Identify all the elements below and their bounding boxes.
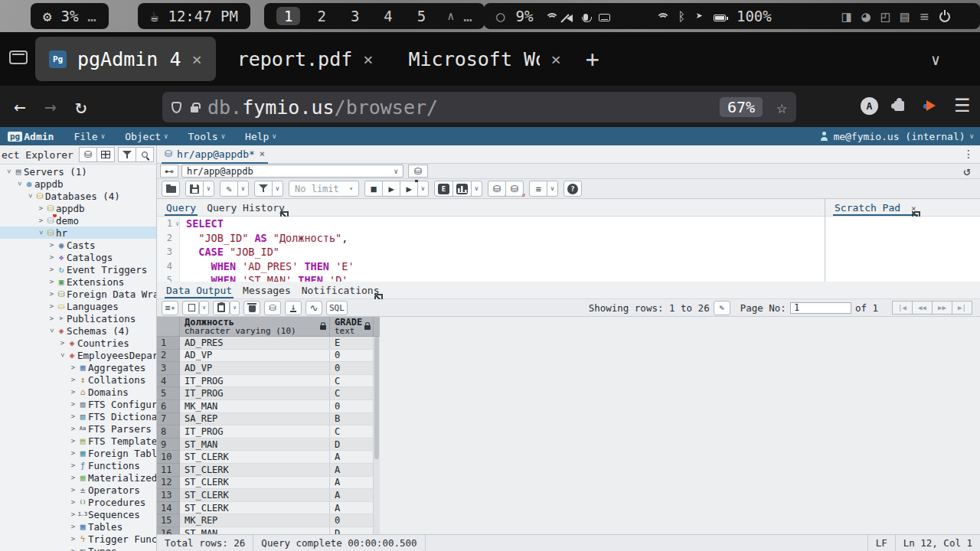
- macros-caret[interactable]: ∨: [547, 181, 558, 197]
- tab-query-history[interactable]: Query History: [205, 202, 286, 216]
- tree-item-trigger-functions[interactable]: >ϟTrigger Functions: [0, 533, 156, 545]
- scrollbar-thumb[interactable]: [374, 337, 379, 459]
- first-page-button[interactable]: |◀: [892, 301, 913, 315]
- row-number-cell[interactable]: 1: [157, 337, 180, 350]
- chevron-right-icon[interactable]: >: [69, 461, 77, 469]
- cell-grade[interactable]: C: [330, 425, 374, 439]
- tree-item-foreign-tables[interactable]: >▦Foreign Tables: [0, 447, 156, 459]
- row-number-cell[interactable]: 8: [157, 425, 180, 439]
- row-number-cell[interactable]: 9: [157, 439, 180, 452]
- tree-item-catalogs[interactable]: >❖Catalogs: [0, 251, 156, 263]
- cell-grade[interactable]: D: [330, 439, 374, 452]
- chevron-right-icon[interactable]: >: [69, 437, 77, 445]
- send-icon[interactable]: ➤: [696, 9, 703, 23]
- copy-options-caret[interactable]: ∨: [199, 301, 209, 315]
- cell-dolzhnost[interactable]: ST_MAN: [180, 439, 330, 452]
- tree-item-fts-configurations[interactable]: >▨FTS Configurations: [0, 398, 156, 410]
- connection-status-button[interactable]: ⊷: [160, 165, 178, 178]
- tree-item-hr[interactable]: >⛁hr: [0, 227, 156, 239]
- chevron-down-icon[interactable]: >: [5, 168, 13, 176]
- speaker-muted-icon[interactable]: [567, 15, 573, 22]
- cell-grade[interactable]: A: [330, 489, 374, 502]
- cell-dolzhnost[interactable]: AD_VP: [180, 362, 330, 375]
- search-button[interactable]: [136, 147, 154, 162]
- tree-item-fts-dictionaries[interactable]: >▧FTS Dictionaries: [0, 410, 156, 422]
- tree-item-domains[interactable]: >⌂Domains: [0, 386, 156, 398]
- row-number-cell[interactable]: 11: [157, 464, 180, 477]
- document-icon[interactable]: ▤: [900, 8, 909, 24]
- tree-item-employeesdepar[interactable]: >◈EmployeesDepar: [0, 349, 156, 361]
- table-row[interactable]: 16ST_MAND: [157, 527, 374, 534]
- forward-button[interactable]: →: [44, 95, 57, 118]
- tree-item-extensions[interactable]: >▣Extensions: [0, 276, 156, 288]
- cell-grade[interactable]: 0: [330, 362, 374, 375]
- cell-grade[interactable]: 0: [330, 400, 374, 413]
- tree-item-publications[interactable]: >➤Publications: [0, 312, 156, 324]
- help-button[interactable]: ?: [564, 181, 582, 197]
- close-icon[interactable]: ×: [191, 50, 201, 69]
- workspace-3[interactable]: 3: [343, 7, 367, 25]
- fold-caret-icon[interactable]: ∨: [175, 217, 179, 232]
- close-icon[interactable]: ×: [363, 50, 373, 69]
- table-row[interactable]: 4IT_PROGC: [157, 375, 374, 388]
- tree-item-functions[interactable]: >ƒFunctions: [0, 459, 156, 471]
- sql-editor[interactable]: 1∨2345 SELECT "JOB_ID" AS "Должность", C…: [157, 217, 825, 282]
- row-number-cell[interactable]: 4: [157, 375, 180, 388]
- cell-dolzhnost[interactable]: IT_PROG: [180, 425, 330, 439]
- explain-options-caret[interactable]: ∨: [471, 181, 482, 197]
- close-icon[interactable]: ×: [260, 148, 265, 159]
- tree-item-fts-parsers[interactable]: >AaFTS Parsers: [0, 422, 156, 435]
- table-row[interactable]: 8IT_PROGC: [157, 425, 374, 439]
- cell-dolzhnost[interactable]: MK_REP: [180, 514, 330, 527]
- reload-button[interactable]: ↻: [75, 95, 87, 118]
- cell-dolzhnost[interactable]: ST_CLERK: [180, 502, 330, 515]
- chevron-right-icon[interactable]: >: [69, 364, 77, 371]
- chevron-right-icon[interactable]: >: [58, 339, 67, 347]
- close-icon[interactable]: ×: [550, 50, 560, 69]
- tree-item-languages[interactable]: >⛀Languages: [0, 300, 156, 312]
- execute-script-button[interactable]: ▶: [400, 181, 418, 197]
- chevron-right-icon[interactable]: >: [69, 376, 77, 383]
- extensions-puzzle-icon[interactable]: [894, 101, 904, 111]
- save-results-button[interactable]: ↓: [285, 301, 302, 315]
- chevron-down-icon[interactable]: >: [48, 327, 56, 335]
- chevron-right-icon[interactable]: >: [37, 204, 45, 212]
- query-tool-tab[interactable]: ⛁ hr/app@appdb* ×: [162, 146, 268, 164]
- cell-dolzhnost[interactable]: AD_PRES: [180, 337, 330, 350]
- save-options-caret[interactable]: ∨: [203, 181, 214, 197]
- table-row[interactable]: 14ST_CLERKA: [157, 502, 374, 515]
- add-row-button[interactable]: ≡+: [162, 301, 178, 315]
- account-icon[interactable]: A: [861, 97, 878, 115]
- cell-dolzhnost[interactable]: ST_CLERK: [180, 451, 330, 464]
- tree-item-event-triggers[interactable]: >↻Event Triggers: [0, 263, 156, 276]
- chevron-down-icon[interactable]: >: [16, 180, 24, 188]
- filter-options-caret[interactable]: ∨: [272, 181, 283, 197]
- filter-button[interactable]: [254, 181, 273, 197]
- row-number-cell[interactable]: 13: [157, 489, 180, 502]
- tab-notifications[interactable]: Notifications: [300, 285, 381, 298]
- limit-select[interactable]: No limit▾: [289, 181, 359, 197]
- cpu-indicator[interactable]: ⚙ 3% …: [31, 3, 109, 29]
- edit-button[interactable]: ✎: [220, 181, 238, 197]
- next-page-button[interactable]: ▶▶: [932, 301, 952, 315]
- cell-dolzhnost[interactable]: ST_CLERK: [180, 477, 330, 490]
- chevron-right-icon[interactable]: >: [69, 388, 77, 396]
- column-header-grade[interactable]: GRADE text: [330, 317, 374, 337]
- cell-grade[interactable]: E: [330, 337, 374, 350]
- cell-grade[interactable]: 0: [330, 514, 374, 527]
- page-number-input[interactable]: [790, 302, 851, 314]
- extension-megaphone-icon[interactable]: [923, 100, 936, 112]
- menu-tools[interactable]: Tools∨: [188, 131, 226, 142]
- bookmark-star-icon[interactable]: ☆: [776, 97, 787, 117]
- rollback-button[interactable]: ⛁↺: [505, 181, 524, 197]
- add-server-button[interactable]: ⛁: [79, 147, 97, 162]
- cell-grade[interactable]: 0: [330, 350, 374, 363]
- row-number-cell[interactable]: 3: [157, 362, 180, 375]
- graph-visualiser-button[interactable]: ∿: [305, 301, 322, 315]
- chevron-right-icon[interactable]: >: [69, 412, 77, 420]
- device-icon[interactable]: ◨: [842, 8, 851, 24]
- explain-button[interactable]: E: [434, 181, 453, 197]
- bluetooth-icon[interactable]: ᛒ: [678, 9, 685, 24]
- table-row[interactable]: 7SA_REPB: [157, 413, 374, 426]
- tree-item-procedures[interactable]: >()Procedures: [0, 496, 156, 508]
